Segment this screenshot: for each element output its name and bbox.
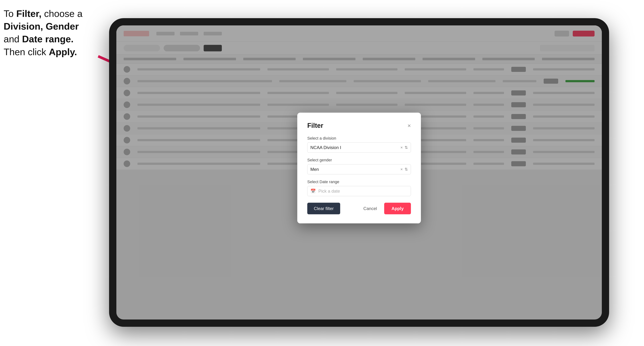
date-picker[interactable]: 📅 Pick a date [307,186,411,196]
gender-select-value: Men [310,167,319,172]
modal-close-button[interactable]: × [408,123,411,129]
modal-footer-right: Cancel Apply [360,203,411,214]
cancel-button[interactable]: Cancel [360,203,381,214]
instruction-line4: Then click Apply. [4,47,77,57]
gender-chevron-icon: ⇅ [404,167,408,172]
division-chevron-icon: ⇅ [404,145,408,150]
tablet-screen: Filter × Select a division NCAA Division… [116,25,602,320]
gender-select-controls: × ⇅ [400,167,408,172]
division-label: Select a division [307,136,411,141]
filter-modal: Filter × Select a division NCAA Division… [297,113,421,223]
modal-header: Filter × [307,122,411,129]
apply-button[interactable]: Apply [384,203,411,214]
instruction-text: To Filter, choose a Division, Gender and… [4,7,82,58]
tablet-device: Filter × Select a division NCAA Division… [109,18,609,327]
gender-select[interactable]: Men × ⇅ [307,164,411,174]
gender-clear-icon[interactable]: × [400,167,403,172]
instruction-line3: and Date range. [4,34,74,44]
instruction-line2: Division, Gender [4,21,79,32]
date-placeholder: Pick a date [318,189,340,194]
division-form-group: Select a division NCAA Division I × ⇅ [307,136,411,153]
division-select[interactable]: NCAA Division I × ⇅ [307,143,411,153]
gender-form-group: Select gender Men × ⇅ [307,158,411,174]
calendar-icon: 📅 [310,189,316,194]
date-label: Select Date range [307,179,411,184]
division-clear-icon[interactable]: × [400,145,403,150]
modal-title: Filter [307,122,323,129]
division-select-controls: × ⇅ [400,145,408,150]
date-form-group: Select Date range 📅 Pick a date [307,179,411,196]
instruction-line1: To Filter, choose a [4,8,82,19]
division-select-value: NCAA Division I [310,145,341,150]
modal-footer: Clear filter Cancel Apply [307,203,411,214]
gender-label: Select gender [307,158,411,163]
clear-filter-button[interactable]: Clear filter [307,203,340,214]
